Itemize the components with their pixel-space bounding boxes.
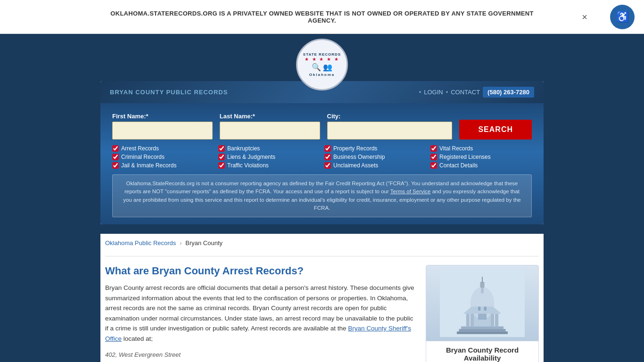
sidebar-card-title: Bryan County Record Availability	[426, 341, 538, 362]
top-banner: OKLAHOMA.STATERECORDS.ORG IS A PRIVATELY…	[0, 0, 644, 34]
article-sidebar: Bryan County Record Availability In comp…	[426, 265, 539, 362]
main-wrapper: STATE RECORDS ★ ★ ★ ★ ★ 🔍 👥 Oklahoma BRY…	[0, 39, 644, 362]
logo-text-bottom: Oklahoma	[303, 73, 341, 77]
svg-rect-15	[484, 306, 487, 311]
article-main: What are Bryan County Arrest Records? Br…	[105, 265, 416, 362]
checkbox-label: Business Ownership	[333, 154, 385, 160]
checkbox-label: Unclaimed Assets	[333, 162, 378, 169]
logo-text-top: STATE RECORDS	[303, 52, 341, 57]
address-block: 402, West Evergreen Street Durant, OK, 7…	[105, 350, 416, 362]
svg-rect-16	[478, 314, 487, 320]
breadcrumb: Oklahoma Public Records › Bryan County	[105, 234, 539, 252]
article-title: What are Bryan County Arrest Records?	[105, 265, 416, 277]
search-icon: 🔍	[312, 63, 321, 72]
svg-rect-14	[478, 306, 480, 311]
tos-link[interactable]: Terms of Service	[390, 189, 431, 194]
close-banner-button[interactable]: ×	[582, 11, 587, 22]
checkbox-item: Jail & Inmate Records	[112, 162, 214, 169]
search-card: BRYAN COUNTY PUBLIC RECORDS • LOGIN • CO…	[100, 81, 544, 224]
logo-area: STATE RECORDS ★ ★ ★ ★ ★ 🔍 👥 Oklahoma	[100, 39, 544, 90]
last-name-input[interactable]	[220, 122, 320, 140]
checkbox-unclaimed-assets[interactable]	[324, 162, 331, 169]
first-name-input[interactable]	[112, 122, 213, 140]
accessibility-button[interactable]: ♿	[610, 5, 635, 29]
svg-rect-3	[481, 287, 483, 294]
checkbox-label: Vital Records	[439, 145, 473, 152]
logo-stars: ★ ★ ★ ★ ★	[303, 57, 341, 62]
checkbox-item: Liens & Judgments	[218, 154, 320, 160]
checkbox-item: Business Ownership	[324, 154, 426, 160]
accessibility-icon: ♿	[616, 11, 629, 23]
svg-rect-4	[480, 282, 485, 288]
checkbox-label: Arrest Records	[121, 145, 159, 152]
svg-rect-12	[459, 329, 506, 331]
checkbox-label: Property Records	[333, 145, 377, 152]
checkbox-item: Property Records	[324, 145, 426, 152]
capitol-illustration	[440, 268, 525, 338]
checkbox-item: Contact Details	[430, 162, 532, 169]
separator	[105, 256, 539, 256]
checkbox-property-records[interactable]	[324, 145, 331, 152]
sidebar-card: Bryan County Record Availability In comp…	[426, 265, 539, 362]
banner-text: OKLAHOMA.STATERECORDS.ORG IS A PRIVATELY…	[110, 10, 534, 24]
article-area: What are Bryan County Arrest Records? Br…	[105, 260, 539, 362]
checkbox-item: Traffic Violations	[218, 162, 320, 169]
city-input[interactable]	[327, 122, 453, 140]
checkbox-business-ownership[interactable]	[324, 154, 331, 160]
content-container: STATE RECORDS ★ ★ ★ ★ ★ 🔍 👥 Oklahoma BRY…	[96, 39, 548, 362]
article-body-p1-end: located at;	[124, 335, 153, 342]
breadcrumb-separator: ›	[180, 240, 182, 247]
site-logo: STATE RECORDS ★ ★ ★ ★ ★ 🔍 👥 Oklahoma	[296, 39, 348, 90]
checkbox-vital-records[interactable]	[430, 145, 437, 152]
city-label: City:	[327, 113, 453, 120]
checkbox-liens-&-judgments[interactable]	[218, 154, 225, 160]
checkbox-criminal-records[interactable]	[112, 154, 119, 160]
checkbox-jail-&-inmate-records[interactable]	[112, 162, 119, 169]
checkbox-label: Criminal Records	[121, 154, 165, 160]
svg-rect-11	[461, 327, 504, 329]
svg-rect-6	[466, 314, 470, 327]
breadcrumb-parent-link[interactable]: Oklahoma Public Records	[105, 239, 176, 247]
checkbox-bankruptcies[interactable]	[218, 145, 225, 152]
last-name-label: Last Name:*	[220, 113, 320, 120]
sidebar-card-image	[426, 265, 538, 341]
svg-rect-8	[491, 314, 494, 327]
svg-rect-9	[495, 314, 498, 327]
article-paragraph-1: Bryan County arrest records are official…	[105, 283, 416, 344]
disclaimer: Oklahoma.StateRecords.org is not a consu…	[112, 174, 532, 217]
checkbox-label: Traffic Violations	[227, 162, 269, 169]
breadcrumb-current: Bryan County	[185, 239, 223, 247]
search-fields-row: First Name:* Last Name:* City: SEARCH	[112, 113, 532, 140]
checkboxes-area: Arrest RecordsBankruptciesProperty Recor…	[112, 145, 532, 169]
svg-rect-13	[457, 331, 508, 334]
search-form-area: First Name:* Last Name:* City: SEARCH	[100, 103, 544, 224]
checkbox-label: Registered Licenses	[439, 154, 491, 160]
city-group: City:	[327, 113, 453, 140]
checkbox-label: Bankruptcies	[227, 145, 260, 152]
checkbox-item: Arrest Records	[112, 145, 214, 152]
checkbox-item: Unclaimed Assets	[324, 162, 426, 169]
last-name-group: Last Name:*	[220, 113, 320, 140]
article-body: Bryan County arrest records are official…	[105, 283, 416, 362]
white-content: Oklahoma Public Records › Bryan County W…	[100, 234, 544, 362]
checkbox-contact-details[interactable]	[430, 162, 437, 169]
first-name-group: First Name:*	[112, 113, 213, 140]
people-icon: 👥	[323, 63, 332, 72]
checkbox-label: Contact Details	[439, 162, 478, 169]
svg-rect-5	[482, 277, 483, 283]
address-line1: 402, West Evergreen Street	[105, 350, 416, 360]
first-name-label: First Name:*	[112, 113, 213, 120]
svg-rect-7	[471, 314, 474, 327]
checkbox-arrest-records[interactable]	[112, 145, 119, 152]
checkbox-registered-licenses[interactable]	[430, 154, 437, 160]
checkbox-item: Bankruptcies	[218, 145, 320, 152]
white-content-inner: Oklahoma Public Records › Bryan County W…	[100, 234, 544, 362]
checkbox-traffic-violations[interactable]	[218, 162, 225, 169]
checkbox-item: Vital Records	[430, 145, 532, 152]
checkbox-item: Criminal Records	[112, 154, 214, 160]
checkbox-item: Registered Licenses	[430, 154, 532, 160]
checkbox-label: Liens & Judgments	[227, 154, 275, 160]
search-button[interactable]: SEARCH	[459, 120, 532, 140]
checkbox-label: Jail & Inmate Records	[121, 162, 176, 169]
address-line2: Durant, OK, 74701	[105, 360, 416, 362]
